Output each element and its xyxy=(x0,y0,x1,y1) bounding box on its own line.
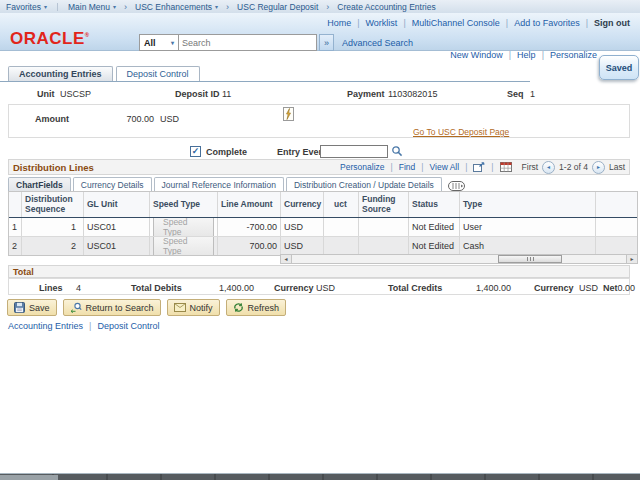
search-input[interactable] xyxy=(179,34,317,51)
scrollbar-thumb[interactable] xyxy=(498,255,562,263)
grid-find-link[interactable]: Find xyxy=(385,162,416,172)
pagination-first[interactable]: First xyxy=(522,162,539,172)
tab-accounting-entries[interactable]: Accounting Entries xyxy=(8,66,113,81)
new-window-link[interactable]: New Window xyxy=(450,50,503,60)
tab-chartfields[interactable]: ChartFields xyxy=(8,177,71,191)
speed-type-button[interactable]: Speed Type xyxy=(153,218,214,236)
col-status[interactable]: Status xyxy=(409,192,460,217)
scrollbar-grip xyxy=(530,257,531,261)
caret-down-icon: ▾ xyxy=(44,3,47,10)
sign-out-link[interactable]: Sign out xyxy=(580,18,630,28)
breadcrumb-usc-regular-deposit[interactable]: USC Regular Deposit xyxy=(237,2,318,12)
currency-label-1: Currency xyxy=(274,283,314,293)
caret-down-icon: ▾ xyxy=(215,3,218,10)
search-scope-dropdown[interactable]: All ▾ xyxy=(139,34,179,51)
entry-event-lookup-icon[interactable] xyxy=(391,145,403,157)
search-go-button[interactable]: » xyxy=(319,34,334,51)
grid-pagination: First ◄ 1-2 of 4 ► Last xyxy=(522,161,625,174)
total-credits-value: 1,400.00 xyxy=(466,283,511,293)
breadcrumb-favorites[interactable]: Favorites ▾ xyxy=(6,2,47,12)
cell-status: Not Edited xyxy=(409,237,460,255)
breadcrumb-label: Favorites xyxy=(6,2,41,12)
top-nav: Home Worklist MultiChannel Console Add t… xyxy=(327,18,630,28)
entry-event-input[interactable] xyxy=(320,145,388,158)
notify-button[interactable]: Notify xyxy=(167,299,220,316)
row-number: 1 xyxy=(9,218,22,236)
tab-distribution-creation-update-details[interactable]: Distribution Creation / Update Details xyxy=(286,177,442,191)
caret-down-icon: ▾ xyxy=(113,3,116,10)
breadcrumb-main-menu[interactable]: Main Menu ▾ xyxy=(68,2,116,12)
breadcrumb-create-accounting-entries[interactable]: Create Accounting Entries xyxy=(337,2,435,12)
refresh-label: Refresh xyxy=(248,303,280,313)
col-gl-unit[interactable]: GL Unit xyxy=(84,192,150,217)
return-to-search-icon xyxy=(70,302,82,313)
col-line-amount[interactable]: Line Amount xyxy=(218,192,281,217)
exchange-rate-icon[interactable] xyxy=(283,107,294,121)
cell-type: User xyxy=(460,218,596,236)
nav-add-to-favorites[interactable]: Add to Favorites xyxy=(500,18,580,28)
cell-currency: USD xyxy=(281,237,324,255)
cell-funding-source xyxy=(359,237,409,255)
col-currency[interactable]: Currency xyxy=(281,192,324,217)
show-all-columns-icon[interactable] xyxy=(448,181,465,191)
tab-deposit-control[interactable]: Deposit Control xyxy=(116,66,200,81)
save-label: Save xyxy=(29,303,50,313)
zoom-grid-icon[interactable] xyxy=(459,162,485,172)
help-link[interactable]: Help xyxy=(503,50,536,60)
cell-clipped xyxy=(324,237,359,255)
breadcrumb: Favorites ▾ Main Menu ▾ › USC Enhancemen… xyxy=(0,0,640,14)
footer-accounting-entries-link[interactable]: Accounting Entries xyxy=(8,321,83,331)
amount-currency: USD xyxy=(160,114,179,124)
chevron-right-icon: › xyxy=(124,2,127,12)
cell-gl-unit: USC01 xyxy=(84,237,150,255)
cell-seq: 1 xyxy=(22,218,84,236)
scroll-right-icon[interactable]: ► xyxy=(626,255,637,263)
page-prev-icon[interactable]: ◄ xyxy=(542,161,555,174)
refresh-button[interactable]: Refresh xyxy=(226,299,287,316)
registered-mark: ® xyxy=(85,32,90,38)
grid-view-all-link[interactable]: View All xyxy=(415,162,459,172)
tab-journal-reference-information[interactable]: Journal Reference Information xyxy=(154,177,284,191)
cell-speed-type: Speed Type xyxy=(150,237,218,255)
col-speed-type[interactable]: Speed Type xyxy=(150,192,218,217)
refresh-icon xyxy=(233,302,244,313)
cell-line-amount: 700.00 xyxy=(218,237,281,255)
go-to-usc-deposit-page-link[interactable]: Go To USC Deposit Page xyxy=(413,127,509,137)
search-scope-value: All xyxy=(144,38,156,48)
scroll-left-icon[interactable]: ◄ xyxy=(281,255,292,263)
total-debits-label: Total Debits xyxy=(131,283,182,293)
tab-currency-details[interactable]: Currency Details xyxy=(73,177,152,191)
col-type[interactable]: Type xyxy=(460,192,596,217)
currency-value-2: USD xyxy=(579,283,598,293)
footer-deposit-control-link[interactable]: Deposit Control xyxy=(83,321,159,331)
grid-personalize-link[interactable]: Personalize xyxy=(340,162,384,172)
download-grid-icon[interactable] xyxy=(485,162,511,172)
pagination-last[interactable]: Last xyxy=(609,162,625,172)
nav-multichannel-console[interactable]: MultiChannel Console xyxy=(397,18,499,28)
nav-home[interactable]: Home xyxy=(327,18,351,28)
search-bar: All ▾ » Advanced Search xyxy=(139,34,413,51)
personalize-page-link[interactable]: Personalize xyxy=(536,50,597,60)
save-button[interactable]: Save xyxy=(7,299,57,316)
scrollbar-track[interactable] xyxy=(292,255,626,263)
col-distribution-sequence[interactable]: Distribution Sequence xyxy=(22,192,84,217)
cell-clipped xyxy=(324,218,359,236)
advanced-search-link[interactable]: Advanced Search xyxy=(342,38,413,48)
grid-toolbar: Personalize Find View All First ◄ 1-2 of… xyxy=(340,161,625,174)
speed-type-button[interactable]: Speed Type xyxy=(153,237,214,255)
col-clipped[interactable]: uct xyxy=(324,192,359,217)
seq-value: 1 xyxy=(530,89,535,99)
breadcrumb-label: USC Regular Deposit xyxy=(237,2,318,12)
breadcrumb-usc-enhancements[interactable]: USC Enhancements ▾ xyxy=(135,2,218,12)
complete-checkbox[interactable]: ✓ xyxy=(190,146,201,157)
cell-gl-unit: USC01 xyxy=(84,218,150,236)
breadcrumb-label: Create Accounting Entries xyxy=(337,2,435,12)
col-funding-source[interactable]: Funding Source xyxy=(359,192,409,217)
return-to-search-button[interactable]: Return to Search xyxy=(63,299,161,316)
page-next-icon[interactable]: ► xyxy=(592,161,605,174)
total-row: Lines 4 Total Debits 1,400.00 Currency U… xyxy=(8,278,630,295)
bottom-taskbar-strip xyxy=(0,473,640,480)
nav-worklist[interactable]: Worklist xyxy=(351,18,397,28)
grid-tabs: ChartFields Currency Details Journal Ref… xyxy=(8,177,465,191)
cell-currency: USD xyxy=(281,218,324,236)
